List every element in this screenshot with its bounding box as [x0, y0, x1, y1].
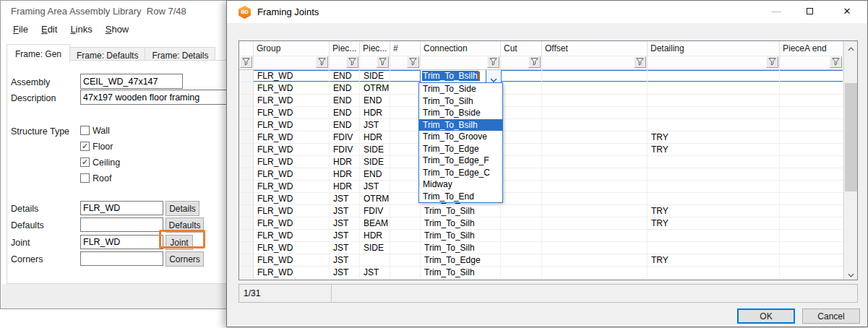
table-row[interactable]: FLR_WDENDEND: [239, 95, 843, 107]
column-label: Group: [254, 41, 329, 56]
filter-icon[interactable]: [377, 56, 389, 68]
checkbox-roof[interactable]: [80, 173, 90, 183]
table-row[interactable]: FLR_WDFDIVSIDETRY: [239, 144, 843, 156]
filter-icon[interactable]: [240, 56, 252, 68]
cell-num: [390, 205, 421, 217]
cell-piece_b: FDIV: [360, 205, 390, 217]
menu-item-links[interactable]: Links: [64, 22, 98, 37]
table-row[interactable]: FLR_WDJSTFDIVTrim_To_SilhTRY: [239, 205, 843, 217]
table-row[interactable]: FLR_WDJSTSIDETrim_To_Silh: [239, 242, 843, 254]
details-button[interactable]: Details: [166, 201, 199, 216]
cell-group: FLR_WD: [254, 107, 330, 118]
dropdown-option[interactable]: Trim_To_Edge_F: [419, 155, 502, 167]
table-row[interactable]: FLR_WDJSTOTRMTrim_To_Silh: [239, 193, 843, 205]
combo-dropdown-button[interactable]: [486, 70, 501, 82]
table-row[interactable]: FLR_WDJSTHDRTrim_To_Silh: [239, 230, 843, 242]
filter-icon[interactable]: [766, 56, 778, 68]
cell-sel: [239, 193, 254, 204]
vertical-scrollbar[interactable]: [843, 41, 857, 280]
description-input[interactable]: [80, 90, 227, 105]
cell-num: [390, 193, 421, 204]
filter-icon[interactable]: [830, 56, 842, 68]
cell-piece_a_end: [780, 193, 843, 204]
cell-connection: Trim_To_Silh: [421, 230, 501, 241]
cell-piece_a_end: [780, 230, 843, 241]
filter-icon[interactable]: [346, 56, 358, 68]
framing-joints-dialog: BD Framing Joints — ✕ GroupPiec...Piec..…: [226, 0, 868, 327]
assembly-input[interactable]: [80, 74, 183, 89]
dropdown-option[interactable]: Trim_To_Silh: [419, 95, 502, 108]
cell-cut: [501, 168, 542, 180]
cell-sel: [239, 107, 254, 118]
column-header-piece_a_end: PieceA end: [780, 41, 843, 70]
cell-sel: [239, 95, 254, 106]
dropdown-option[interactable]: Trim_To_Bsilh: [419, 119, 502, 131]
checkbox-ceiling[interactable]: ✓: [80, 157, 90, 167]
cell-cut: [501, 205, 542, 217]
table-row[interactable]: FLR_WDENDJST: [239, 119, 843, 131]
tab-frame--gen[interactable]: Frame: Gen: [7, 44, 70, 63]
dropdown-option[interactable]: Trim_To_Edge: [419, 143, 502, 155]
filter-icon[interactable]: [528, 56, 541, 68]
filter-icon[interactable]: [407, 56, 419, 68]
dropdown-option[interactable]: Trim_To_Side: [419, 83, 502, 95]
cell-detailing: [648, 119, 780, 131]
cell-cut: [501, 242, 542, 254]
joint-button[interactable]: Joint: [166, 235, 193, 250]
cell-group: FLR_WD: [254, 156, 330, 168]
scroll-up-icon[interactable]: [844, 41, 858, 53]
minimize-button[interactable]: —: [760, 1, 793, 22]
menu-item-show[interactable]: Show: [99, 22, 136, 37]
connection-combo[interactable]: Trim_To_Bsilh: [420, 70, 502, 83]
table-row[interactable]: FLR_WDHDREND: [239, 168, 843, 181]
filter-icon[interactable]: [487, 56, 499, 68]
filter-icon[interactable]: [634, 56, 646, 68]
defaults-button[interactable]: Defaults: [166, 217, 204, 233]
cell-piece_a: END: [330, 82, 360, 94]
table-row[interactable]: FLR_WDJSTBEAMTrim_To_SilhTRY: [239, 217, 843, 230]
checkbox-row-ceiling: ✓Ceiling: [80, 155, 120, 167]
checkbox-wall[interactable]: [80, 126, 90, 135]
table-row[interactable]: FLR_WDFDIVHDRTRY: [239, 131, 843, 144]
menu-item-edit[interactable]: Edit: [35, 22, 64, 37]
cell-num: [390, 267, 421, 278]
ok-button[interactable]: OK: [737, 308, 795, 324]
cell-sel: [239, 82, 254, 94]
dropdown-option[interactable]: Trim_To_Edge_C: [419, 167, 502, 179]
filter-icon[interactable]: [316, 56, 328, 68]
menu-item-file[interactable]: File: [7, 22, 35, 37]
cell-piece_a: END: [330, 119, 360, 131]
cell-connection: Trim_To_Silh: [421, 242, 501, 254]
corners-input[interactable]: [80, 251, 163, 266]
dropdown-option[interactable]: Trim_To_End: [419, 191, 502, 203]
cell-piece_b: JST: [360, 119, 390, 131]
cell-cut: [501, 193, 542, 204]
dropdown-option[interactable]: Midway: [419, 178, 502, 191]
dropdown-option[interactable]: Trim_To_Bside: [419, 107, 502, 119]
table-row[interactable]: FLR_WDJSTTrim_To_EdgeTRY: [239, 254, 843, 267]
scroll-down-icon[interactable]: [844, 267, 858, 280]
cancel-button[interactable]: Cancel: [802, 308, 860, 324]
record-counter: 1/31: [239, 285, 332, 302]
table-row[interactable]: FLR_WDENDOTRM: [239, 82, 843, 95]
column-label: Detailing: [648, 41, 779, 56]
cell-piece_a: JST: [330, 242, 360, 254]
dropdown-option[interactable]: Trim_To_Groove: [419, 131, 502, 143]
corners-button[interactable]: Corners: [166, 251, 204, 267]
cell-group: FLR_WD: [254, 168, 330, 180]
cell-detailing: [648, 156, 780, 168]
table-row[interactable]: FLR_WDHDRJST: [239, 181, 843, 193]
close-button[interactable]: ✕: [826, 1, 868, 22]
table-row[interactable]: FLR_WDENDSIDETrim_To_Bsilh: [239, 70, 843, 82]
joint-input[interactable]: [80, 235, 163, 249]
table-row[interactable]: FLR_WDJSTJSTTrim_To_Silh: [239, 267, 843, 279]
table-row[interactable]: FLR_WDENDHDR: [239, 107, 843, 119]
cell-group: FLR_WD: [254, 95, 330, 106]
scrollbar-thumb[interactable]: [845, 83, 857, 191]
defaults-input[interactable]: [80, 217, 163, 232]
maximize-button[interactable]: [793, 1, 826, 22]
column-header-cut: Cut: [501, 41, 542, 70]
table-row[interactable]: FLR_WDHDRSIDE: [239, 156, 843, 168]
checkbox-floor[interactable]: ✓: [80, 142, 90, 151]
details-input[interactable]: [80, 201, 163, 215]
